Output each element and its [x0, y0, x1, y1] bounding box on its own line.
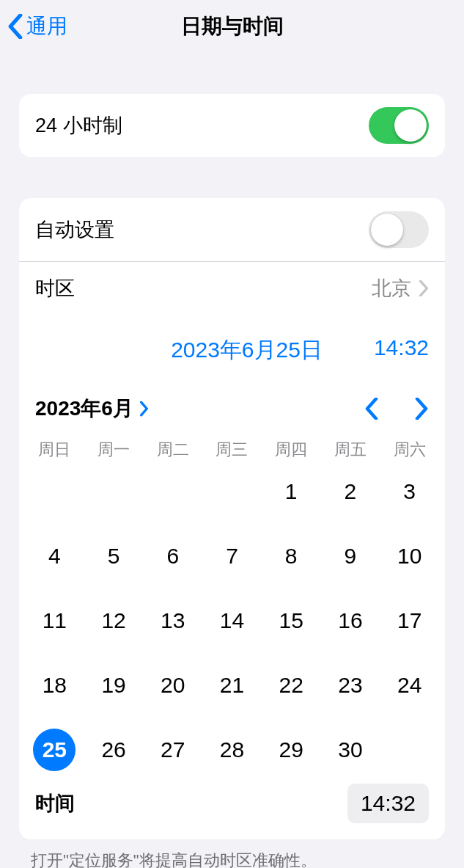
toggle-knob	[394, 109, 427, 142]
weekday-label: 周日	[25, 439, 84, 461]
calendar-day[interactable]: 21	[202, 663, 262, 707]
calendar-day[interactable]: 13	[143, 599, 202, 643]
calendar-day-number: 15	[279, 608, 303, 633]
calendar-blank	[25, 470, 84, 514]
calendar-blank	[84, 470, 144, 514]
chevron-right-icon	[419, 280, 429, 296]
calendar-day[interactable]: 12	[84, 599, 144, 643]
calendar-day[interactable]: 22	[262, 663, 321, 707]
calendar-day[interactable]: 15	[262, 599, 321, 643]
calendar-grid: 1234567891011121314151617181920212223242…	[19, 467, 445, 781]
calendar-day[interactable]: 26	[84, 728, 144, 772]
calendar-day[interactable]: 20	[143, 663, 202, 707]
calendar-day-number: 28	[220, 737, 244, 762]
calendar-day[interactable]: 2	[321, 470, 380, 514]
calendar-day[interactable]: 19	[84, 663, 144, 707]
calendar-day[interactable]: 6	[143, 534, 202, 578]
back-button[interactable]: 通用	[0, 12, 67, 40]
calendar-day-number: 4	[48, 544, 61, 569]
weekday-header: 周日周一周二周三周四周五周六	[19, 433, 445, 467]
weekday-label: 周五	[321, 439, 380, 461]
summary-date[interactable]: 2023年6月25日	[171, 335, 323, 365]
calendar-day[interactable]: 17	[380, 599, 439, 643]
calendar-day-number: 21	[220, 673, 244, 698]
calendar-day[interactable]: 30	[321, 728, 380, 772]
calendar-day[interactable]: 7	[202, 534, 262, 578]
calendar-day-number: 24	[397, 673, 421, 698]
calendar-day-number: 18	[43, 673, 67, 698]
calendar-blank	[202, 470, 262, 514]
calendar-day[interactable]: 24	[380, 663, 439, 707]
calendar-day[interactable]: 16	[321, 599, 380, 643]
group-24h: 24 小时制	[19, 94, 445, 157]
calendar-day-number: 6	[166, 544, 179, 569]
summary-time[interactable]: 14:32	[374, 335, 429, 365]
calendar-day-number: 9	[345, 544, 357, 569]
calendar-day-number: 5	[108, 544, 120, 569]
calendar-day-number: 13	[161, 608, 185, 633]
calendar-day-number: 11	[43, 608, 67, 633]
calendar-day[interactable]: 1	[262, 470, 321, 514]
timezone-value: 北京	[372, 275, 411, 302]
calendar-day[interactable]: 11	[25, 599, 84, 643]
prev-month-button[interactable]	[364, 398, 379, 420]
calendar-blank	[143, 470, 202, 514]
calendar-day[interactable]: 4	[25, 534, 84, 578]
weekday-label: 周二	[143, 439, 202, 461]
calendar-day-number: 12	[101, 608, 125, 633]
calendar-day-number: 8	[285, 544, 298, 569]
page-title: 日期与时间	[0, 12, 464, 40]
calendar-day-number: 25	[33, 729, 76, 771]
calendar-day-number: 14	[220, 608, 244, 633]
time-picker-button[interactable]: 14:32	[347, 784, 429, 823]
calendar-day[interactable]: 8	[262, 534, 321, 578]
calendar-day-number: 22	[279, 673, 303, 698]
month-title: 2023年6月	[35, 395, 133, 423]
calendar-day-number: 16	[338, 608, 362, 633]
calendar-day-number: 23	[338, 673, 362, 698]
calendar-day-number: 29	[279, 737, 303, 762]
chevron-right-icon	[139, 401, 150, 417]
calendar-day[interactable]: 5	[84, 534, 144, 578]
calendar-day[interactable]: 3	[380, 470, 439, 514]
toggle-knob	[371, 214, 403, 246]
calendar-day[interactable]: 14	[202, 599, 262, 643]
calendar-day-number: 7	[226, 544, 238, 569]
chevron-left-icon	[7, 14, 23, 39]
clock-24h-toggle[interactable]	[369, 107, 429, 144]
calendar-day-number: 26	[101, 737, 125, 762]
group-datetime: 自动设置 时区 北京 2023年6月25日 14:32 2023年6月	[19, 198, 445, 839]
calendar-day[interactable]: 27	[143, 728, 202, 772]
calendar-day[interactable]: 28	[202, 728, 262, 772]
calendar-day[interactable]: 9	[321, 534, 380, 578]
weekday-label: 周一	[84, 439, 144, 461]
clock-24h-label: 24 小时制	[35, 112, 122, 139]
calendar-day[interactable]: 29	[262, 728, 321, 772]
time-label: 时间	[35, 790, 75, 817]
calendar-day-number: 1	[285, 479, 298, 504]
footnote: 打开"定位服务"将提高自动时区准确性。	[31, 850, 433, 868]
auto-set-label: 自动设置	[35, 216, 114, 243]
auto-set-toggle[interactable]	[369, 211, 429, 248]
timezone-label: 时区	[35, 275, 75, 302]
calendar-day-number: 3	[403, 479, 416, 504]
calendar-day-number: 10	[397, 544, 421, 569]
calendar-day-number: 17	[397, 608, 421, 633]
weekday-label: 周三	[202, 439, 262, 461]
calendar-day[interactable]: 10	[380, 534, 439, 578]
month-picker-button[interactable]: 2023年6月	[35, 395, 150, 423]
calendar-day-number: 20	[161, 673, 185, 698]
calendar-day[interactable]: 25	[25, 728, 84, 772]
calendar-day-number: 27	[161, 737, 185, 762]
calendar-day-number: 30	[338, 737, 362, 762]
calendar-day[interactable]: 18	[25, 663, 84, 707]
weekday-label: 周四	[262, 439, 321, 461]
timezone-row[interactable]: 时区 北京	[19, 261, 445, 315]
calendar-day-number: 2	[345, 479, 357, 504]
calendar-day[interactable]: 23	[321, 663, 380, 707]
weekday-label: 周六	[380, 439, 439, 461]
calendar-day-number: 19	[101, 673, 125, 698]
back-label: 通用	[26, 12, 67, 40]
next-month-button[interactable]	[414, 398, 429, 420]
